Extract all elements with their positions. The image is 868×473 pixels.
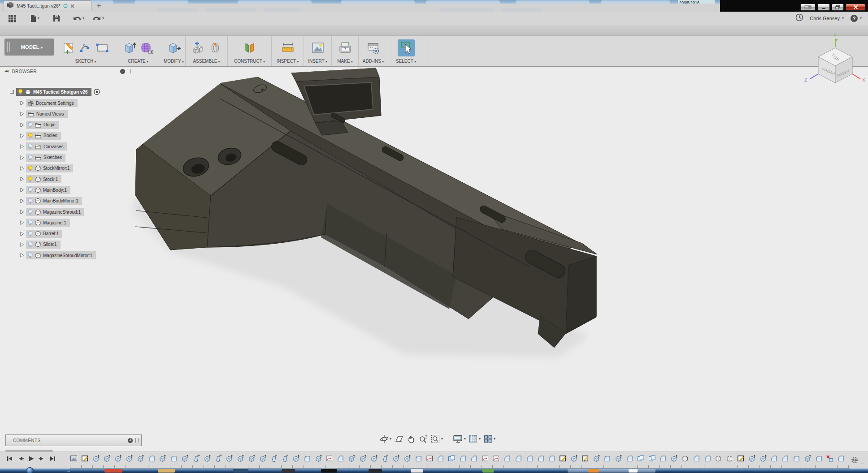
ribbon-group-label[interactable]: MODIFY ▾: [162, 59, 185, 66]
timeline-feature-mirror[interactable]: [648, 455, 656, 462]
browser-item-mainbody-1[interactable]: MainBody:1: [20, 186, 70, 194]
new-tab-button[interactable]: [95, 2, 102, 9]
measure-tool-button[interactable]: [281, 42, 295, 54]
bulb-on-icon[interactable]: [28, 133, 33, 139]
timeline-feature-extrude[interactable]: [181, 455, 189, 462]
taskbar-overflow-dots[interactable]: ...: [67, 469, 70, 473]
go-to-end-button[interactable]: [49, 456, 56, 462]
toolbar-window-button[interactable]: [800, 4, 816, 11]
bulb-off-icon[interactable]: [28, 187, 33, 193]
timeline-feature-curve[interactable]: [426, 455, 434, 462]
timeline-feature-extrude[interactable]: [404, 455, 411, 462]
save-button[interactable]: [51, 14, 62, 23]
display-settings-button[interactable]: ▾: [453, 434, 466, 443]
bulb-off-icon[interactable]: [28, 231, 33, 237]
print-3d-tool-button[interactable]: [339, 42, 352, 54]
timeline-feature-mirror[interactable]: [637, 455, 645, 462]
timeline-feature-curve[interactable]: [482, 455, 489, 462]
taskbar-app-icon[interactable]: [321, 469, 337, 473]
timeline-feature-curve[interactable]: [492, 455, 500, 462]
timeline-feature-extrude[interactable]: [137, 455, 144, 462]
expand-closed-icon[interactable]: [20, 176, 24, 182]
expand-open-icon[interactable]: [9, 89, 14, 95]
taskbar-app-icon[interactable]: [629, 469, 638, 473]
timeline-feature-extrude[interactable]: [237, 455, 244, 462]
bulb-off-icon[interactable]: [28, 155, 33, 161]
timeline-feature-fillet[interactable]: [815, 455, 823, 462]
taskbar-app-icon[interactable]: [158, 469, 175, 473]
timeline-feature-extrude[interactable]: [292, 455, 300, 462]
expand-closed-icon[interactable]: [20, 220, 24, 225]
timeline-feature-chamfer[interactable]: [459, 455, 467, 462]
bulb-on-icon[interactable]: [28, 176, 33, 182]
timeline-feature-sketch[interactable]: [559, 455, 567, 462]
restore-button[interactable]: [832, 4, 844, 11]
timeline-feature-box[interactable]: [715, 455, 722, 462]
timeline-feature-draft[interactable]: [281, 455, 289, 462]
timeline-feature-extrude[interactable]: [226, 455, 233, 462]
taskbar-app-icon[interactable]: [588, 469, 599, 473]
timeline-feature-mirror[interactable]: [448, 455, 456, 462]
zoom-button[interactable]: [418, 434, 428, 443]
browser-item-magazineshroudmirror-1[interactable]: MagazineShroudMirror:1: [20, 251, 96, 259]
timeline-feature-sketch[interactable]: [582, 455, 589, 462]
minimize-button[interactable]: [817, 4, 830, 11]
timeline-feature-chamfer[interactable]: [548, 455, 556, 462]
layout-grid-button[interactable]: ▾: [469, 434, 481, 443]
bulb-off-icon[interactable]: [28, 209, 33, 215]
browser-item-mainbodymirror-1[interactable]: MainBodyMirror:1: [20, 197, 82, 205]
timeline-feature-chamfer[interactable]: [526, 455, 534, 462]
expand-closed-icon[interactable]: [20, 242, 24, 247]
user-account-button[interactable]: Chris Gensey ▾: [810, 16, 844, 21]
timeline-feature-chamfer[interactable]: [781, 455, 789, 462]
timeline-feature-extrude[interactable]: [615, 455, 622, 462]
browser-item-magazineshroud-1[interactable]: MagazineShroud:1: [20, 208, 84, 216]
timeline-feature-chamfer[interactable]: [503, 455, 511, 462]
attached-canvas-tool-button[interactable]: [311, 42, 325, 54]
timeline-feature-chamfer[interactable]: [437, 455, 444, 462]
expand-closed-icon[interactable]: [20, 253, 24, 258]
undo-button[interactable]: ▾: [71, 14, 86, 22]
timeline-feature-fillet[interactable]: [603, 455, 611, 462]
timeline-feature-chamfer[interactable]: [704, 455, 712, 462]
timeline-feature-chamfer[interactable]: [515, 455, 522, 462]
timeline-feature-sketch[interactable]: [81, 455, 89, 462]
spline-tool-button[interactable]: [79, 42, 92, 54]
timeline-feature-delete[interactable]: [826, 455, 833, 462]
create-sketch-tool-button[interactable]: [62, 41, 76, 55]
bulb-off-icon[interactable]: [28, 122, 33, 128]
rectangle-tool-button[interactable]: [95, 43, 109, 53]
timeline-feature-box[interactable]: [726, 455, 733, 462]
timeline-feature-chamfer[interactable]: [470, 455, 478, 462]
timeline-feature-draft[interactable]: [381, 455, 389, 462]
scripts-tool-button[interactable]: >-: [367, 42, 380, 54]
timeline-feature-chamfer[interactable]: [770, 455, 778, 462]
browser-item-stock-1[interactable]: Stock:1: [20, 175, 61, 183]
expand-closed-icon[interactable]: [20, 166, 24, 171]
ribbon-group-label[interactable]: INSPECT ▾: [272, 59, 304, 66]
timeline-feature-chamfer[interactable]: [337, 455, 344, 462]
timeline-feature-extrude[interactable]: [392, 455, 400, 462]
taskbar-app-icon[interactable]: [282, 469, 295, 473]
workspace-selector[interactable]: MODEL ▾: [10, 44, 54, 50]
comments-grip[interactable]: [135, 438, 139, 443]
expand-closed-icon[interactable]: [20, 155, 24, 160]
view-cube[interactable]: Y TOP FRONT RIGHT Z X: [802, 32, 868, 88]
ribbon-group-label[interactable]: MAKE ▾: [332, 59, 358, 66]
timeline-feature-chamfer[interactable]: [693, 455, 700, 462]
browser-item-slide-1[interactable]: Slide:1: [20, 241, 61, 249]
timeline-feature-fillet[interactable]: [304, 455, 311, 462]
bulb-off-icon[interactable]: [28, 198, 33, 204]
browser-item-magazine-1[interactable]: Magazine:1: [20, 219, 70, 227]
windows-taskbar[interactable]: ...: [0, 469, 868, 473]
app-launcher-button[interactable]: [6, 13, 18, 23]
close-button[interactable]: [846, 4, 865, 11]
timeline-feature-sketch[interactable]: [737, 455, 745, 462]
ribbon-group-label[interactable]: CONSTRUCT ▾: [228, 59, 271, 66]
redo-button[interactable]: ▾: [91, 14, 106, 22]
expand-closed-icon[interactable]: [20, 144, 24, 149]
browser-item-named-views[interactable]: Named Views: [20, 110, 68, 118]
ribbon-group-label[interactable]: SKETCH ▾: [57, 59, 114, 66]
expand-closed-icon[interactable]: [20, 209, 24, 215]
timeline-feature-extrude[interactable]: [114, 455, 122, 462]
